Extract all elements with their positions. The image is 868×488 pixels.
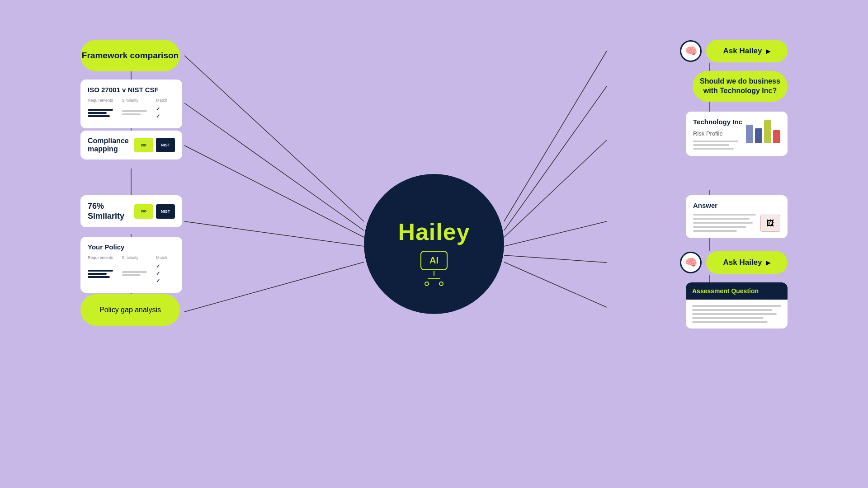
answer-image: 🖼 xyxy=(760,215,780,232)
similarity-card: 76% Similarity ISO NIST xyxy=(80,195,182,227)
check-mark: ✓ xyxy=(156,263,175,269)
svg-line-6 xyxy=(504,86,607,230)
check-mark: ✓ xyxy=(156,278,175,284)
risk-chart xyxy=(746,118,780,143)
check-mark: ✓ xyxy=(156,271,175,277)
business-question-button[interactable]: Should we do business with Technology In… xyxy=(693,71,788,102)
answer-body: 🖼 xyxy=(693,214,780,232)
svg-line-5 xyxy=(504,51,607,221)
check-mark: ✓ xyxy=(156,113,175,119)
bar-2 xyxy=(755,128,762,143)
logo-badges: ISO NIST xyxy=(134,138,175,152)
similarity-text: 76% Similarity xyxy=(88,202,129,221)
brain-icon-top: 🧠 xyxy=(680,40,702,62)
answer-lines xyxy=(693,214,756,232)
nist-logo: NIST xyxy=(156,138,175,152)
brain-icon-bottom: 🧠 xyxy=(680,252,702,273)
svg-line-4 xyxy=(184,262,364,312)
svg-line-9 xyxy=(504,255,607,263)
tech-risk-subtitle: Risk Profile xyxy=(693,130,742,137)
ai-dots xyxy=(425,282,443,286)
framework-comparison-button[interactable]: Framework comparison xyxy=(80,40,180,71)
bar-1 xyxy=(746,125,753,143)
ai-dot-right xyxy=(439,282,443,286)
cursor-icon-bottom: ▶ xyxy=(766,259,771,266)
assessment-body xyxy=(686,300,788,328)
svg-line-3 xyxy=(184,221,364,246)
your-policy-title: Your Policy xyxy=(88,243,175,251)
your-policy-header: Requirements Similarity Match xyxy=(88,255,175,260)
nist-logo-2: NIST xyxy=(156,204,175,219)
tech-risk-card: Technology Inc Risk Profile xyxy=(686,112,788,156)
ai-dot-left xyxy=(425,282,429,286)
your-policy-rows: ✓ ✓ ✓ xyxy=(88,263,175,284)
svg-line-2 xyxy=(184,145,364,237)
tech-risk-title: Technology Inc xyxy=(693,118,742,126)
ask-hailey-bottom-button[interactable]: Ask Hailey ▶ xyxy=(706,251,788,274)
iso-nist-card: ISO 27001 v NIST CSF Requirements Simila… xyxy=(80,80,182,128)
answer-card: Answer 🖼 xyxy=(686,195,788,238)
iso-logo-2: ISO xyxy=(134,204,153,219)
svg-line-0 xyxy=(184,56,364,221)
assessment-header: Assessment Question xyxy=(686,282,788,300)
similarity-logos: ISO NIST xyxy=(134,204,175,219)
check-mark: ✓ xyxy=(156,106,175,112)
svg-line-8 xyxy=(504,221,607,246)
svg-line-10 xyxy=(504,262,607,307)
assessment-card: Assessment Question xyxy=(686,282,788,328)
your-policy-card: Your Policy Requirements Similarity Matc… xyxy=(80,237,182,293)
ask-hailey-top-label: Ask Hailey xyxy=(723,47,762,56)
compliance-mapping-card: Compliance mapping ISO NIST xyxy=(80,131,182,160)
center-circle: Hailey AI xyxy=(364,174,504,314)
iso-nist-header: Requirements Similarity Match xyxy=(88,98,175,103)
center-title: Hailey xyxy=(398,218,470,245)
svg-line-7 xyxy=(504,140,607,237)
iso-nist-title: ISO 27001 v NIST CSF xyxy=(88,86,175,94)
ai-chip: AI xyxy=(420,251,448,270)
cursor-icon-top: ▶ xyxy=(766,47,771,55)
iso-logo: ISO xyxy=(134,138,153,152)
svg-line-1 xyxy=(184,103,364,230)
bar-4 xyxy=(773,130,780,143)
compliance-text: Compliance mapping xyxy=(88,137,129,153)
policy-gap-button[interactable]: Policy gap analysis xyxy=(80,294,180,326)
answer-title: Answer xyxy=(693,202,780,209)
iso-nist-row1: ✓ ✓ xyxy=(88,106,175,119)
ask-hailey-top-button[interactable]: Ask Hailey ▶ xyxy=(706,40,788,62)
bar-3 xyxy=(764,120,771,143)
ask-hailey-bottom-label: Ask Hailey xyxy=(723,258,762,267)
